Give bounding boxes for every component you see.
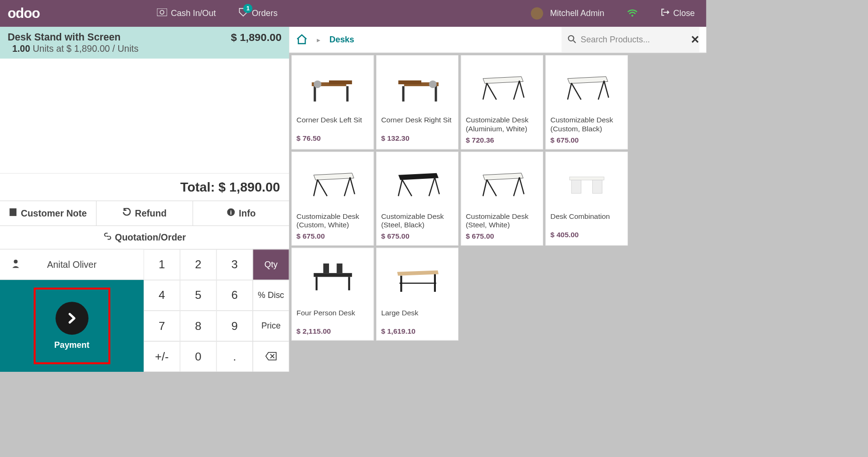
note-icon — [9, 208, 17, 219]
product-price: $ 405.00 — [546, 229, 627, 244]
home-icon[interactable] — [296, 33, 307, 46]
payment-button[interactable]: Payment — [0, 280, 144, 372]
cash-in-out-button[interactable]: Cash In/Out — [145, 8, 227, 18]
highlight-annotation — [33, 288, 110, 364]
product-card[interactable]: Corner Desk Left Sit $ 76.50 — [291, 55, 374, 149]
order-line[interactable]: Desk Stand with Screen 1.00 Units at $ 1… — [0, 27, 289, 59]
quotation-order-button[interactable]: Quotation/Order — [0, 226, 289, 249]
logo: odoo — [0, 5, 145, 21]
product-price: $ 720.36 — [461, 134, 543, 149]
tag-icon: 1 — [239, 8, 248, 19]
product-image — [546, 152, 627, 209]
numpad-mode-disc[interactable]: % Disc — [253, 280, 289, 311]
customer-name: Anital Oliver — [47, 259, 96, 270]
product-image — [461, 56, 543, 113]
product-name: Corner Desk Left Sit — [292, 113, 373, 133]
product-name: Desk Combination — [546, 209, 627, 229]
numpad-dot[interactable]: . — [217, 341, 253, 372]
product-image — [377, 56, 458, 113]
info-button[interactable]: i Info — [193, 201, 289, 225]
user-icon — [11, 259, 20, 270]
product-image — [461, 152, 543, 209]
orders-badge: 1 — [243, 4, 253, 13]
product-name: Large Desk — [377, 305, 458, 325]
orders-button[interactable]: 1 Orders — [227, 8, 289, 19]
product-card[interactable]: Customizable Desk (Steel, Black) $ 675.0… — [376, 152, 458, 246]
product-name: Customizable Desk (Aluminium, White) — [461, 113, 543, 134]
svg-text:i: i — [230, 209, 232, 216]
products-grid: Corner Desk Left Sit $ 76.50 Corner Desk… — [289, 53, 706, 343]
customer-button[interactable]: Anital Oliver — [0, 249, 144, 280]
product-image — [377, 248, 458, 305]
orders-label: Orders — [252, 8, 278, 18]
breadcrumb-category[interactable]: Desks — [330, 35, 354, 45]
customer-note-button[interactable]: Customer Note — [0, 201, 96, 225]
order-total: Total: $ 1,890.00 — [0, 173, 289, 201]
numpad-3[interactable]: 3 — [217, 249, 253, 280]
numpad-6[interactable]: 6 — [217, 280, 253, 311]
products-panel: ▸ Desks ✕ Corner Desk Left Sit $ 76.50 C… — [289, 27, 706, 372]
numpad: 1 2 3 Qty 4 5 6 % Disc 7 8 9 Price +/- 0… — [144, 249, 289, 372]
product-price: $ 2,115.00 — [292, 326, 373, 340]
cash-label: Cash In/Out — [171, 8, 216, 18]
search-input[interactable] — [581, 35, 686, 45]
numpad-1[interactable]: 1 — [144, 249, 180, 280]
logout-icon — [660, 8, 670, 19]
product-price: $ 675.00 — [292, 231, 373, 245]
product-card[interactable]: Customizable Desk (Steel, White) $ 675.0… — [461, 152, 543, 246]
orderline-name: Desk Stand with Screen — [8, 32, 231, 43]
search-box: ✕ — [562, 27, 699, 53]
product-card[interactable]: Customizable Desk (Custom, White) $ 675.… — [291, 152, 374, 246]
numpad-9[interactable]: 9 — [217, 311, 253, 341]
refund-button[interactable]: Refund — [96, 201, 193, 225]
avatar — [531, 7, 543, 19]
product-price: $ 1,619.10 — [377, 326, 458, 340]
cash-icon — [157, 8, 167, 18]
product-price: $ 675.00 — [461, 231, 543, 245]
numpad-2[interactable]: 2 — [180, 249, 216, 280]
numpad-plusminus[interactable]: +/- — [144, 341, 180, 372]
top-bar: odoo Cash In/Out 1 Orders Mitchell Admin… — [0, 0, 706, 27]
backspace-icon — [265, 350, 276, 363]
numpad-7[interactable]: 7 — [144, 311, 180, 341]
close-label: Close — [673, 8, 695, 18]
product-price: $ 132.30 — [377, 133, 458, 147]
user-name: Mitchell Admin — [550, 8, 604, 18]
product-name: Customizable Desk (Custom, White) — [292, 209, 373, 231]
product-name: Corner Desk Right Sit — [377, 113, 458, 133]
link-icon — [104, 232, 112, 243]
search-icon — [568, 35, 576, 45]
product-card[interactable]: Customizable Desk (Custom, Black) $ 675.… — [546, 55, 628, 149]
numpad-4[interactable]: 4 — [144, 280, 180, 311]
orderline-price: $ 1,890.00 — [231, 32, 281, 44]
svg-point-33 — [160, 10, 164, 14]
close-button[interactable]: Close — [649, 8, 706, 19]
product-card[interactable]: Corner Desk Right Sit $ 132.30 — [376, 55, 458, 149]
product-card[interactable]: Customizable Desk (Aluminium, White) $ 7… — [461, 55, 543, 149]
product-image — [292, 248, 373, 305]
numpad-5[interactable]: 5 — [180, 280, 216, 311]
info-icon: i — [226, 208, 235, 219]
svg-point-34 — [631, 15, 633, 16]
svg-point-39 — [569, 35, 574, 40]
wifi-icon — [616, 9, 649, 17]
undo-icon — [123, 208, 131, 219]
product-price: $ 675.00 — [377, 231, 458, 245]
user-menu[interactable]: Mitchell Admin — [519, 7, 616, 19]
clear-search-button[interactable]: ✕ — [691, 33, 699, 46]
orderline-qty: 1.00 Units at $ 1,890.00 / Units — [8, 43, 231, 54]
numpad-mode-qty[interactable]: Qty — [253, 249, 289, 280]
product-card[interactable]: Large Desk $ 1,619.10 — [376, 248, 458, 341]
numpad-backspace[interactable] — [253, 341, 289, 372]
svg-rect-32 — [157, 8, 167, 16]
chevron-right-icon: ▸ — [317, 35, 320, 44]
product-name: Customizable Desk (Steel, White) — [461, 209, 543, 231]
product-card[interactable]: Desk Combination $ 405.00 — [546, 152, 628, 246]
svg-rect-35 — [10, 208, 17, 216]
product-image — [292, 56, 373, 113]
product-card[interactable]: Four Person Desk $ 2,115.00 — [291, 248, 374, 341]
breadcrumb: ▸ Desks ✕ — [289, 27, 706, 53]
numpad-8[interactable]: 8 — [180, 311, 216, 341]
numpad-mode-price[interactable]: Price — [253, 311, 289, 341]
numpad-0[interactable]: 0 — [180, 341, 216, 372]
